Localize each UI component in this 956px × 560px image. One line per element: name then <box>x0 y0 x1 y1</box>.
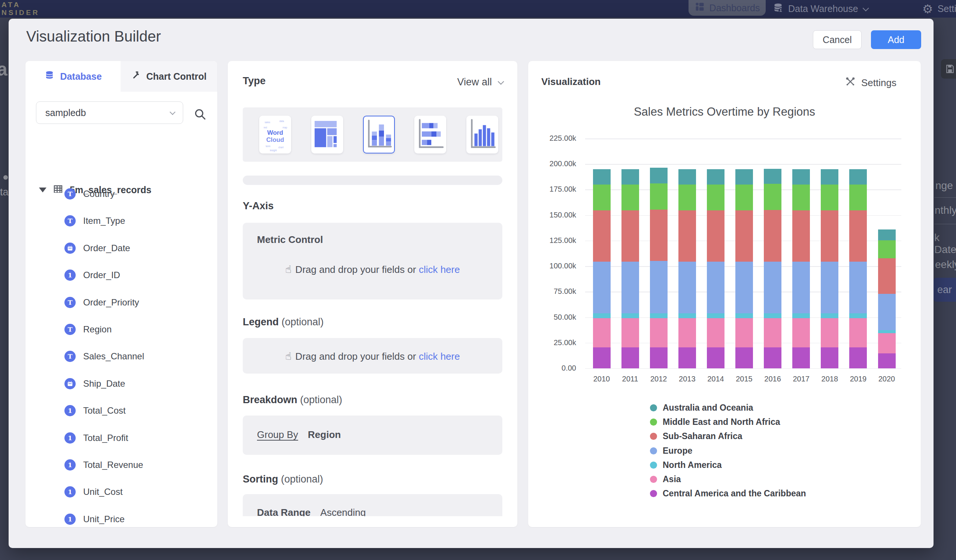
bar-segment <box>621 347 639 369</box>
breakdown-section-label: Breakdown (optional) <box>243 394 343 406</box>
number-field-icon: 1 <box>64 514 75 525</box>
y-axis-tick-label: 75.00k <box>528 287 576 296</box>
database-warehouse-icon <box>772 2 784 16</box>
breakdown-box[interactable]: Group ByRegion <box>243 416 502 455</box>
bar-segment <box>707 169 725 185</box>
bar-segment <box>849 347 867 369</box>
bar-segment <box>707 318 725 347</box>
bar-segment <box>821 318 838 347</box>
tab-chart-control[interactable]: Chart Control <box>121 61 217 92</box>
y-axis-tick-label: 150.00k <box>528 211 576 220</box>
bar-segment <box>792 262 810 313</box>
legend-item[interactable]: North America <box>650 458 806 472</box>
modal-title: Visualization Builder <box>26 28 161 45</box>
legend-item[interactable]: Australia and Oceania <box>650 400 806 415</box>
field-item-order_date[interactable]: Order_Date <box>25 235 217 262</box>
group-by-label[interactable]: Group By <box>257 429 298 440</box>
svg-text:term: term <box>266 145 270 147</box>
legend-item[interactable]: Central America and the Caribbean <box>650 486 806 501</box>
bar-segment <box>650 261 668 313</box>
chart-type-stacked-bar[interactable] <box>414 116 446 154</box>
field-item-total_revenue[interactable]: 1Total_Revenue <box>25 452 217 478</box>
bar-segment <box>593 262 611 313</box>
field-label: Total_Profit <box>83 433 128 443</box>
field-label: Order_ID <box>83 270 120 280</box>
sorting-section-label: Sorting (optional) <box>243 474 323 485</box>
group-by-row[interactable]: Group ByRegion <box>257 429 341 441</box>
chevron-down-icon <box>170 109 176 115</box>
bar-segment <box>849 313 867 318</box>
search-icon[interactable] <box>193 107 207 121</box>
svg-text:chart: chart <box>278 146 284 149</box>
chart-type-column[interactable] <box>466 116 498 154</box>
tab-database[interactable]: Database <box>25 61 121 92</box>
field-label: Order_Date <box>83 243 130 253</box>
database-panel: Database Chart Control sampledb 5m_sales… <box>25 61 217 527</box>
view-all-dropdown[interactable]: View all <box>430 76 502 88</box>
click-here-link[interactable]: click here <box>419 264 460 275</box>
chart-type-stacked-column[interactable] <box>363 116 395 154</box>
field-item-sales_channel[interactable]: TSales_Channel <box>25 343 217 370</box>
bar-segment <box>678 210 696 261</box>
chevron-down-icon <box>498 78 504 85</box>
bar-segment <box>621 185 639 211</box>
legend-dot <box>650 447 657 455</box>
gridline <box>585 164 901 165</box>
bar-segment <box>821 210 838 261</box>
nav-label: Settings <box>938 3 956 14</box>
bar-segment <box>878 353 896 369</box>
bar-segment <box>764 313 781 318</box>
number-field-icon: 1 <box>64 405 75 416</box>
database-select-value: sampledb <box>45 107 86 118</box>
field-item-unit_cost[interactable]: 1Unit_Cost <box>25 478 217 505</box>
legend-item[interactable]: Asia <box>650 472 806 486</box>
bar-segment <box>621 169 639 185</box>
field-item-order_id[interactable]: 1Order_ID <box>25 262 217 289</box>
field-item-ship_date[interactable]: Ship_Date <box>25 370 217 397</box>
nav-item-data-warehouse[interactable]: Data Warehouse <box>772 0 867 17</box>
bar-segment <box>821 185 838 211</box>
text-field-icon: T <box>64 351 75 362</box>
legend-dropzone[interactable]: ☝Drag and drop your fields or click here <box>243 338 502 373</box>
field-label: Total_Revenue <box>83 460 143 470</box>
sorting-row[interactable]: Data RangeAscending <box>257 507 366 516</box>
metric-control-dropzone[interactable]: Metric Control ☝Drag and drop your field… <box>243 223 502 300</box>
legend-label: North America <box>663 460 722 470</box>
background-text-fragment: nge <box>936 180 953 191</box>
field-item-country[interactable]: TCountry <box>25 180 217 207</box>
field-item-item_type[interactable]: TItem_Type <box>25 207 217 234</box>
nav-item-settings[interactable]: ⚙ Settings <box>922 0 956 17</box>
field-item-region[interactable]: TRegion <box>25 316 217 343</box>
add-button[interactable]: Add <box>871 30 921 49</box>
bar-segment <box>621 318 639 347</box>
field-label: Region <box>83 324 112 335</box>
x-axis-tick-label: 2018 <box>815 375 845 383</box>
legend-item[interactable]: Middle East and North Africa <box>650 415 806 429</box>
sorting-box[interactable]: Data RangeAscending <box>243 494 502 516</box>
legend-dot <box>650 433 657 440</box>
bar-segment <box>678 313 696 318</box>
database-select[interactable]: sampledb <box>36 102 183 124</box>
chart-type-treemap[interactable] <box>311 116 343 154</box>
chevron-down-icon <box>862 5 869 11</box>
date-field-icon <box>64 243 75 254</box>
legend-dot <box>650 490 657 497</box>
legend-item[interactable]: Europe <box>650 444 806 458</box>
x-axis-tick-label: 2010 <box>586 375 616 383</box>
field-item-unit_price[interactable]: 1Unit_Price <box>25 506 217 527</box>
click-here-link[interactable]: click here <box>419 351 460 362</box>
y-axis-tick-label: 175.00k <box>528 185 576 193</box>
cancel-button[interactable]: Cancel <box>813 30 862 49</box>
field-item-total_cost[interactable]: 1Total_Cost <box>25 397 217 424</box>
horizontal-scrollbar[interactable] <box>243 176 502 185</box>
legend-item[interactable]: Sub-Saharan Africa <box>650 429 806 444</box>
bar-segment <box>621 262 639 313</box>
field-item-order_priority[interactable]: TOrder_Priority <box>25 289 217 316</box>
drop-hint: ☝Drag and drop your fields or click here <box>243 263 502 276</box>
field-item-total_profit[interactable]: 1Total_Profit <box>25 425 217 452</box>
nav-item-dashboards[interactable]: Dashboards <box>689 0 766 16</box>
field-label: Order_Priority <box>83 297 139 308</box>
bar-segment <box>650 318 668 347</box>
chart-type-word-cloud[interactable]: salesdatamapredWordCloudtermchartinsight <box>259 116 291 154</box>
background-text-fragment: eekly <box>935 259 956 271</box>
